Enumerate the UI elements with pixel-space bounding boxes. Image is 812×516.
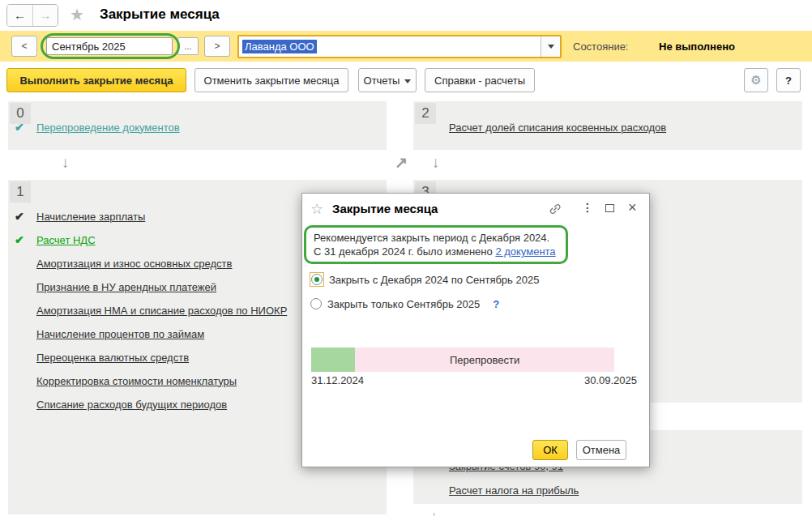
operation-row: Амортизация НМА и списание расходов по Н… <box>15 301 287 319</box>
more-menu-icon[interactable]: ⋮ <box>582 202 593 213</box>
radio-close-only-september[interactable]: Закрыть только Сентябрь 2025 ? <box>310 296 499 311</box>
operation-row: ✔ Расчет НДС <box>15 231 96 249</box>
operation-row: Признание в НУ арендных платежей <box>15 278 216 296</box>
operation-link-intangibles[interactable]: Амортизация НМА и списание расходов по Н… <box>36 305 287 317</box>
stage-number: 1 <box>10 181 31 203</box>
operation-row: Списание расходов будущих периодов <box>15 395 227 413</box>
radio-label: Закрыть только Сентябрь 2025 <box>327 298 480 310</box>
operation-link-deferred-expenses[interactable]: Списание расходов будущих периодов <box>36 399 227 411</box>
back-button[interactable]: ← <box>7 5 32 26</box>
status-value: Не выполнено <box>659 41 735 53</box>
back-arrow-icon: ← <box>14 8 26 22</box>
filter-toolbar: < ... > Лаванда ООО Состояние: Не выполн… <box>0 31 812 62</box>
maximize-button[interactable] <box>605 204 614 212</box>
operation-link-lease-payments[interactable]: Признание в НУ арендных платежей <box>36 281 216 293</box>
command-bar: Выполнить закрытие месяца Отменить закры… <box>0 62 812 101</box>
diagonal-arrow-icon: ↗ <box>395 155 408 170</box>
down-arrow-icon: ↓ <box>430 509 438 516</box>
chevron-down-icon <box>548 45 554 49</box>
stage-number: 2 <box>415 103 436 124</box>
reposting-segment-label: Перепровести <box>450 354 519 366</box>
month-closing-dialog: ☆ Закрытие месяца ⋮ × Рекомендуется закр… <box>301 193 650 467</box>
period-picker-button[interactable]: ... <box>177 37 199 55</box>
check-done-edited-icon: ✔ <box>15 233 36 246</box>
period-input[interactable] <box>46 37 173 55</box>
down-arrow-icon: ↓ <box>62 155 70 170</box>
close-icon[interactable]: × <box>628 200 637 215</box>
operation-link-currency-revaluation[interactable]: Переоценка валютных средств <box>36 352 189 364</box>
operation-link-loan-interest[interactable]: Начисление процентов по займам <box>36 328 204 340</box>
radio-label: Закрыть с Декабря 2024 по Сентябрь 2025 <box>329 274 539 286</box>
stage-block-0: 0 ✔ Перепроведение документов <box>8 101 387 150</box>
operation-row: Амортизация и износ основных средств <box>15 254 232 272</box>
favorite-star-icon[interactable]: ★ <box>70 5 84 24</box>
cancel-closing-button[interactable]: Отменить закрытие месяца <box>194 68 348 92</box>
organization-dropdown-button[interactable] <box>541 36 560 57</box>
radio-focus-ring <box>310 272 324 287</box>
settings-button[interactable]: ⚙ <box>744 68 768 92</box>
operation-row: Расчет долей списания косвенных расходов <box>449 118 666 136</box>
reposting-timeline: Перепровести <box>311 348 614 372</box>
gear-icon: ⚙ <box>750 73 761 87</box>
organization-combobox[interactable]: Лаванда ООО <box>237 35 562 58</box>
recommendation-notice: Рекомендуется закрыть период с Декабря 2… <box>304 225 568 264</box>
organization-value: Лаванда ООО <box>242 40 317 53</box>
favorite-star-icon[interactable]: ☆ <box>310 200 323 218</box>
radio-selected-icon <box>311 274 323 285</box>
timeline-dates: 31.12.2024 30.09.2025 <box>311 374 637 386</box>
ok-button[interactable]: ОК <box>532 440 568 460</box>
page-title: Закрытие месяца <box>100 6 220 23</box>
reports-label: Отчеты <box>364 75 400 87</box>
operation-row: Начисление процентов по займам <box>15 325 204 343</box>
reposting-segment: Перепровести <box>355 348 614 372</box>
help-button[interactable]: ? <box>776 68 801 92</box>
perform-closing-button[interactable]: Выполнить закрытие месяца <box>6 68 186 92</box>
closed-period-segment <box>311 348 355 372</box>
operation-row: ✔ Перепроведение документов <box>15 118 180 136</box>
status-label: Состояние: <box>573 41 628 53</box>
help-question-link[interactable]: ? <box>493 298 499 310</box>
operation-link-stock-adjustment[interactable]: Корректировка стоимости номенклатуры <box>36 375 237 387</box>
references-calculations-button[interactable]: Справки - расчеты <box>425 68 535 92</box>
window-header: ← → ★ Закрытие месяца <box>0 0 812 31</box>
timeline-start-date: 31.12.2024 <box>311 374 364 386</box>
check-done-icon: ✔ <box>15 121 36 134</box>
operation-link-income-tax[interactable]: Расчет налога на прибыль <box>449 484 579 497</box>
chevron-down-icon <box>404 79 411 83</box>
notice-line-2: С 31 декабря 2024 г. было изменено 2 док… <box>314 245 558 258</box>
operation-row: Корректировка стоимости номенклатуры <box>15 372 237 390</box>
operation-link-depreciation[interactable]: Амортизация и износ основных средств <box>36 258 232 270</box>
dialog-buttons: ОК Отмена <box>532 440 626 460</box>
notice-line-2-text: С 31 декабря 2024 г. было изменено <box>314 245 495 258</box>
copy-link-icon[interactable] <box>549 203 562 217</box>
history-nav: ← → <box>6 4 58 27</box>
operation-row: ✔ Начисление зарплаты <box>15 207 145 225</box>
operation-link-vat[interactable]: Расчет НДС <box>36 234 96 246</box>
down-arrow-icon: ↓ <box>432 155 440 170</box>
reports-menu-button[interactable]: Отчеты <box>358 68 417 92</box>
operation-row: Расчет налога на прибыль <box>449 481 579 499</box>
forward-arrow-icon: → <box>40 8 52 22</box>
operation-link-reposting-documents[interactable]: Перепроведение документов <box>36 122 180 134</box>
operation-link-payroll[interactable]: Начисление зарплаты <box>36 211 145 223</box>
app-window: ← → ★ Закрытие месяца < ... > Лаванда ОО… <box>0 0 812 516</box>
next-period-button[interactable]: > <box>204 36 230 57</box>
operation-link-indirect-costs[interactable]: Расчет долей списания косвенных расходов <box>449 122 666 134</box>
timeline-end-date: 30.09.2025 <box>584 374 637 386</box>
previous-period-button[interactable]: < <box>11 36 37 57</box>
dialog-title: Закрытие месяца <box>332 202 438 215</box>
operation-row: Переоценка валютных средств <box>15 348 189 366</box>
check-done-icon: ✔ <box>15 210 36 223</box>
changed-documents-link[interactable]: 2 документа <box>495 245 555 258</box>
radio-unselected-icon <box>310 298 322 309</box>
notice-line-1: Рекомендуется закрыть период с Декабря 2… <box>314 231 558 245</box>
stage-block-2: 2 Расчет долей списания косвенных расход… <box>413 101 802 150</box>
cancel-button[interactable]: Отмена <box>576 440 626 460</box>
forward-button[interactable]: → <box>32 5 58 26</box>
radio-close-from-december[interactable]: Закрыть с Декабря 2024 по Сентябрь 2025 <box>310 272 539 287</box>
